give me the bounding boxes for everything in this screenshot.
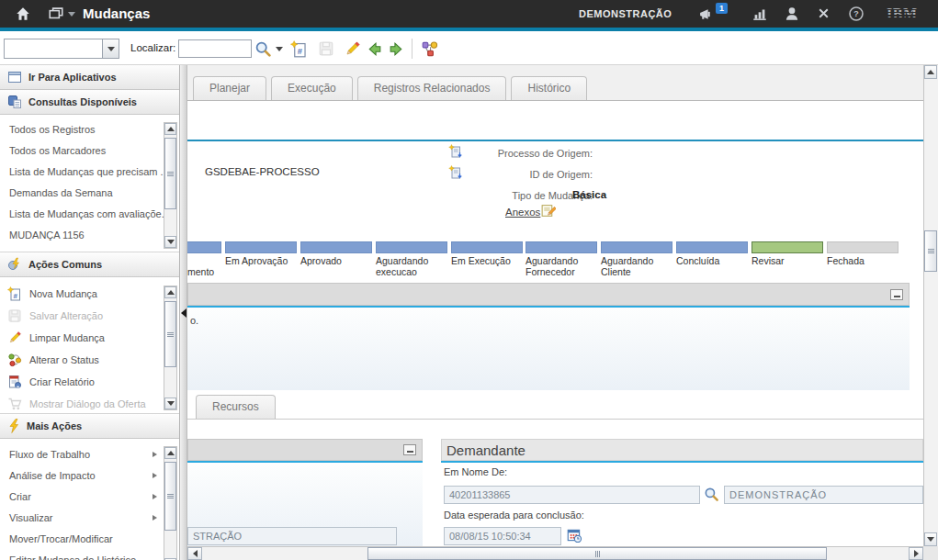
common-actions-scrollbar[interactable] xyxy=(164,286,177,410)
attachments-link[interactable]: Anexos xyxy=(505,207,540,218)
action-label: Fluxo de Trabalho xyxy=(9,449,153,460)
sidebar-section-goto-label: Ir Para Aplicativos xyxy=(28,72,117,83)
requester-panel-title: Demandante xyxy=(446,442,526,458)
tab-registros-relacionados[interactable]: Registros Relacionados xyxy=(357,76,507,100)
sidebar-section-common-actions[interactable]: Ações Comuns xyxy=(0,252,179,277)
scroll-up-icon[interactable] xyxy=(164,447,176,459)
status-segment xyxy=(187,241,221,253)
scrollbar-thumb[interactable] xyxy=(164,301,176,367)
more-action-workflow[interactable]: Fluxo de Trabalho xyxy=(0,443,179,465)
applications-icon[interactable] xyxy=(48,6,64,22)
due-date-field[interactable] xyxy=(444,527,561,545)
navigation-select-caret-icon[interactable] xyxy=(102,39,119,58)
action-create-report[interactable]: Criar Relatório xyxy=(0,371,179,393)
next-record-icon[interactable] xyxy=(385,38,407,60)
new-record-icon[interactable]: # xyxy=(288,38,310,60)
scroll-up-icon[interactable] xyxy=(924,65,937,79)
sidebar-section-queries[interactable]: Consultas Disponíveis xyxy=(0,90,179,115)
sidebar-section-more-actions[interactable]: Mais Ações xyxy=(0,414,179,439)
scroll-down-icon[interactable] xyxy=(924,532,937,546)
action-show-offering-dialog[interactable]: Mostrar Diálogo da Oferta xyxy=(0,393,179,415)
horizontal-scrollbar[interactable] xyxy=(187,546,923,560)
scrollbar-thumb[interactable] xyxy=(367,547,827,560)
scroll-right-icon[interactable] xyxy=(909,547,923,560)
help-icon[interactable]: ? xyxy=(848,6,865,22)
tab-planejar[interactable]: Planejar xyxy=(193,76,266,100)
status-label: mento xyxy=(187,266,261,277)
previous-record-icon[interactable] xyxy=(363,38,385,60)
scrollbar-thumb[interactable] xyxy=(164,462,176,531)
search-icon[interactable] xyxy=(252,38,274,60)
action-label: Mover/Trocar/Modificar xyxy=(9,533,179,544)
action-save-change[interactable]: Salvar Alteração xyxy=(0,305,179,327)
more-actions-scrollbar[interactable] xyxy=(164,446,177,560)
collapse-sidebar-icon[interactable] xyxy=(181,308,186,318)
on-behalf-search-icon[interactable] xyxy=(704,487,719,502)
sidebar-section-goto[interactable]: Ir Para Aplicativos xyxy=(0,65,179,90)
more-action-edit-history-change[interactable]: Editar Mudança do Histórico xyxy=(0,549,179,560)
minimize-section-icon[interactable] xyxy=(890,289,903,300)
more-action-create[interactable]: Criar xyxy=(0,486,179,507)
save-icon[interactable] xyxy=(315,38,337,60)
scroll-down-icon[interactable] xyxy=(164,398,176,409)
sidebar-section-more-actions-label: Mais Ações xyxy=(27,420,82,431)
tab-execucao[interactable]: Execução xyxy=(271,76,353,100)
tab-recursos[interactable]: Recursos xyxy=(196,395,276,419)
due-date-label: Data esperada para conclusão: xyxy=(444,510,584,521)
requester-panel-header: Demandante xyxy=(441,439,923,461)
go-to-applications-icon xyxy=(7,70,22,84)
submenu-arrow-icon xyxy=(153,473,157,478)
home-icon[interactable] xyxy=(15,6,31,22)
requester-panel-underline xyxy=(441,461,923,463)
clear-record-icon[interactable] xyxy=(341,38,363,60)
scroll-down-icon[interactable] xyxy=(164,236,176,248)
status-label: Em Aprovação xyxy=(225,255,299,266)
tab-historico[interactable]: Histórico xyxy=(511,76,587,100)
available-queries-icon xyxy=(7,95,22,109)
query-item[interactable]: Demandas da Semana xyxy=(0,183,179,204)
action-clear-change[interactable]: Limpar Mudança xyxy=(0,327,179,349)
announcements-icon[interactable] xyxy=(698,6,715,23)
detail-menu-icon[interactable] xyxy=(448,144,463,159)
detail-menu-icon[interactable] xyxy=(448,165,463,180)
query-item[interactable]: Lista de Mudanças que precisam ... xyxy=(0,162,179,183)
search-options-caret-icon[interactable] xyxy=(276,47,283,51)
minimize-panel-icon[interactable] xyxy=(403,444,416,455)
on-behalf-name-field[interactable] xyxy=(724,486,923,504)
query-item[interactable]: Lista de Mudanças com avaliaçõe... xyxy=(0,204,179,225)
process-value: GSDEBAE-PROCESSO xyxy=(205,166,320,177)
clipped-field[interactable]: STRAÇÃO xyxy=(187,527,397,545)
more-action-impact-analysis[interactable]: Análise de Impacto xyxy=(0,465,179,486)
common-actions-icon xyxy=(7,257,22,272)
toolbar: Localizar: # xyxy=(0,31,938,65)
scrollbar-thumb[interactable] xyxy=(924,230,937,272)
profile-icon[interactable] xyxy=(784,6,800,22)
more-action-view[interactable]: Visualizar xyxy=(0,507,179,528)
find-input[interactable] xyxy=(178,39,252,58)
query-item[interactable]: MUDANÇA 1156 xyxy=(0,225,179,246)
environment-label: DEMONSTRAÇÃO xyxy=(579,8,672,19)
scroll-left-icon[interactable] xyxy=(187,547,202,560)
calendar-icon[interactable] xyxy=(566,527,582,543)
navigation-select[interactable] xyxy=(4,39,119,59)
origin-process-label: Processo de Origem: xyxy=(463,148,593,159)
query-item[interactable]: Todos os Marcadores xyxy=(0,140,179,162)
applications-caret-icon[interactable] xyxy=(68,12,75,17)
action-new-change[interactable]: # Nova Mudança xyxy=(0,283,179,305)
query-item[interactable]: Todos os Registros xyxy=(0,119,179,140)
queries-scrollbar[interactable] xyxy=(164,122,177,249)
reports-chart-icon[interactable] xyxy=(752,6,768,22)
more-action-move-swap-modify[interactable]: Mover/Trocar/Modificar xyxy=(0,528,179,549)
sidebar-splitter[interactable] xyxy=(181,65,187,560)
vertical-scrollbar[interactable] xyxy=(923,65,938,546)
workflow-icon[interactable] xyxy=(419,38,441,60)
status-label: Aguardando execucao xyxy=(376,255,449,277)
on-behalf-id-field[interactable] xyxy=(444,486,700,504)
scroll-up-icon[interactable] xyxy=(164,123,176,135)
action-change-status[interactable]: Alterar o Status xyxy=(0,349,179,371)
clipped-text: o. xyxy=(190,315,198,326)
attachments-edit-icon[interactable] xyxy=(540,203,556,218)
close-icon[interactable] xyxy=(816,6,832,22)
scrollbar-thumb[interactable] xyxy=(164,138,176,209)
scroll-up-icon[interactable] xyxy=(164,286,176,298)
